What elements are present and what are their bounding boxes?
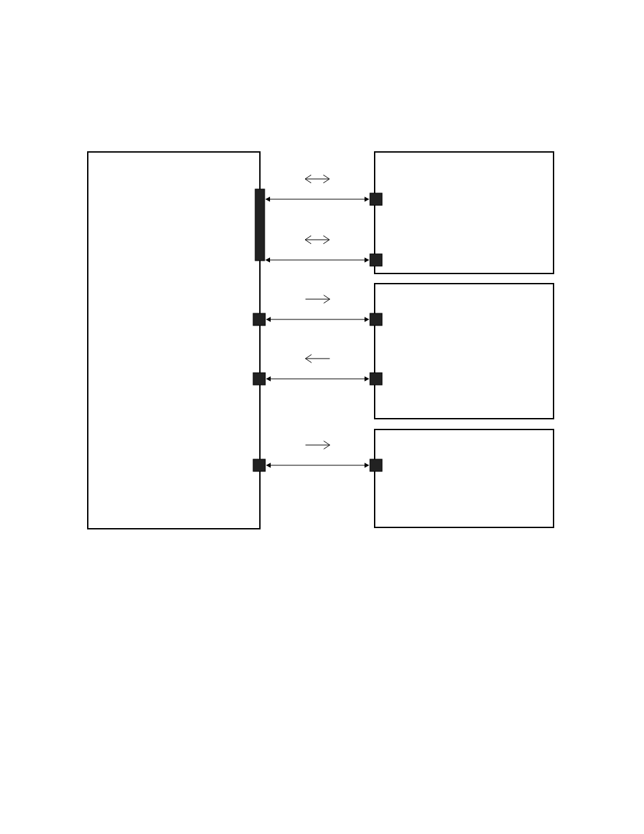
arrowhead <box>365 197 369 202</box>
right-port <box>370 193 382 205</box>
left-port <box>253 313 265 325</box>
arrowhead <box>365 376 369 382</box>
block-diagram <box>0 0 644 834</box>
svg-line-2 <box>305 175 311 179</box>
right-block-r3 <box>375 429 554 527</box>
right-block-r1 <box>375 152 554 273</box>
arrowhead <box>265 197 270 202</box>
svg-line-6 <box>305 236 311 240</box>
right-port <box>370 373 382 385</box>
arrowhead <box>365 317 369 322</box>
svg-line-10 <box>306 355 312 359</box>
arrowhead <box>365 257 369 263</box>
arrowhead <box>266 376 271 382</box>
left-port <box>253 373 265 385</box>
left-port <box>255 189 265 261</box>
arrowhead <box>265 257 270 263</box>
right-port <box>370 313 382 325</box>
arrowhead <box>266 317 271 322</box>
svg-line-13 <box>324 445 330 449</box>
svg-line-0 <box>323 175 329 179</box>
svg-line-12 <box>324 441 330 445</box>
svg-line-1 <box>323 179 329 183</box>
arrowhead <box>266 463 271 468</box>
svg-line-8 <box>324 295 330 299</box>
svg-line-11 <box>306 359 312 363</box>
svg-line-4 <box>323 236 329 240</box>
left-block <box>88 152 260 529</box>
svg-line-3 <box>305 179 311 183</box>
right-port <box>370 254 382 266</box>
svg-line-5 <box>323 240 329 244</box>
arrowhead <box>365 463 369 468</box>
right-port <box>370 459 382 471</box>
svg-line-7 <box>305 240 311 244</box>
right-block-r2 <box>375 284 554 419</box>
left-port <box>253 459 265 471</box>
svg-line-9 <box>324 299 330 303</box>
